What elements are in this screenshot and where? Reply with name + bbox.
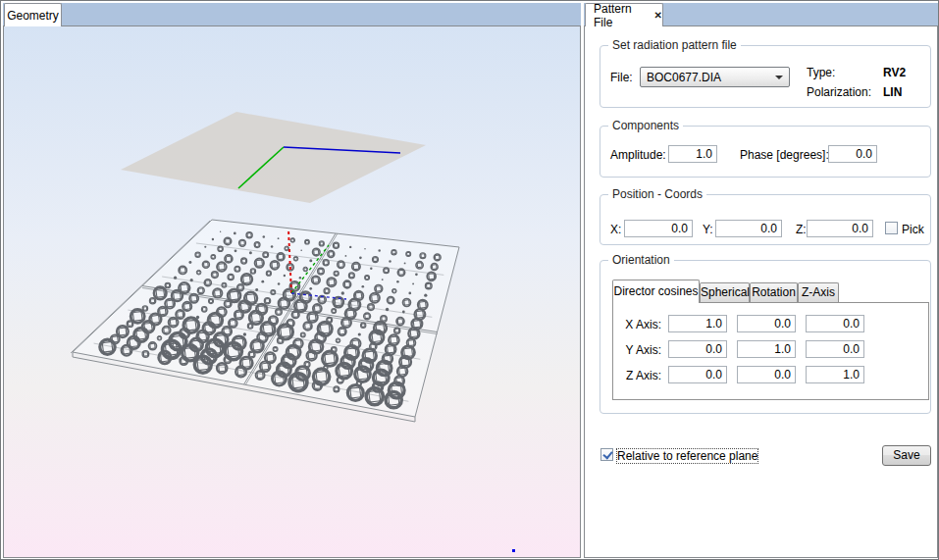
pick-checkbox[interactable] bbox=[885, 222, 898, 234]
tab-z-axis[interactable]: Z-Axis bbox=[798, 282, 839, 303]
x-axis-label: X Axis: bbox=[616, 318, 661, 331]
tab-pattern-file-label: Pattern File bbox=[594, 2, 646, 29]
z-axis-input-1[interactable] bbox=[668, 366, 727, 383]
amplitude-label: Amplitude: bbox=[610, 148, 666, 162]
type-value: RV2 bbox=[883, 66, 906, 79]
tab-label: Spherical bbox=[701, 285, 750, 299]
pattern-file-panel: Set radiation pattern file File: BOC0677… bbox=[584, 25, 938, 558]
tab-geometry-label: Geometry bbox=[7, 9, 59, 23]
y-label: Y: bbox=[703, 223, 713, 236]
tab-label: Director cosines bbox=[613, 284, 698, 298]
z-label: Z: bbox=[796, 223, 807, 236]
application-window: Geometry Pattern File ✕ Set radiation pa… bbox=[0, 0, 939, 560]
geometry-viewport[interactable] bbox=[3, 25, 581, 558]
file-label: File: bbox=[610, 71, 633, 84]
tab-director-cosines[interactable]: Director cosines bbox=[612, 280, 700, 303]
z-axis-input-2[interactable] bbox=[737, 366, 796, 383]
tab-label: Rotation bbox=[752, 285, 796, 299]
file-dropdown-value: BOC0677.DIA bbox=[647, 71, 721, 84]
x-input[interactable] bbox=[624, 220, 693, 237]
phase-input[interactable] bbox=[828, 145, 877, 163]
group-title: Position - Coords bbox=[608, 187, 706, 201]
relative-to-reference-plane-label[interactable]: Relative to reference plane bbox=[617, 449, 757, 463]
geometry-scene[interactable] bbox=[4, 26, 580, 557]
polarization-label: Polarization: bbox=[807, 85, 871, 99]
tab-rotation[interactable]: Rotation bbox=[750, 282, 798, 303]
group-title: Orientation bbox=[608, 253, 674, 267]
group-title: Components bbox=[608, 119, 683, 132]
z-input[interactable] bbox=[807, 220, 873, 237]
tab-spherical[interactable]: Spherical bbox=[700, 282, 750, 303]
relative-to-reference-plane-checkbox[interactable] bbox=[600, 448, 613, 461]
amplitude-input[interactable] bbox=[668, 145, 717, 163]
polarization-value: LIN bbox=[883, 85, 902, 99]
x-axis-input-2[interactable] bbox=[737, 315, 796, 332]
group-title: Set radiation pattern file bbox=[608, 38, 741, 52]
save-button[interactable]: Save bbox=[882, 445, 931, 466]
z-axis-label: Z Axis: bbox=[616, 369, 661, 382]
y-axis-label: Y Axis: bbox=[616, 343, 661, 357]
file-dropdown[interactable]: BOC0677.DIA bbox=[640, 67, 790, 87]
x-label: X: bbox=[610, 223, 621, 236]
left-tab-strip bbox=[3, 3, 581, 25]
pick-label[interactable]: Pick bbox=[902, 223, 924, 236]
x-axis-input-3[interactable] bbox=[806, 315, 864, 332]
x-axis-input-1[interactable] bbox=[668, 315, 727, 332]
y-axis-input-1[interactable] bbox=[668, 340, 727, 358]
chevron-down-icon bbox=[775, 76, 783, 79]
type-label: Type: bbox=[807, 66, 835, 79]
close-tab-icon[interactable]: ✕ bbox=[654, 10, 662, 21]
y-axis-input-3[interactable] bbox=[806, 340, 864, 358]
phase-label: Phase [degrees]: bbox=[740, 148, 829, 162]
y-axis-input-2[interactable] bbox=[737, 340, 796, 358]
tab-label: Z-Axis bbox=[802, 285, 835, 299]
z-axis-input-3[interactable] bbox=[806, 366, 864, 383]
tab-geometry[interactable]: Geometry bbox=[4, 3, 62, 26]
y-input[interactable] bbox=[715, 220, 782, 237]
tab-pattern-file[interactable]: Pattern File ✕ bbox=[585, 3, 663, 26]
